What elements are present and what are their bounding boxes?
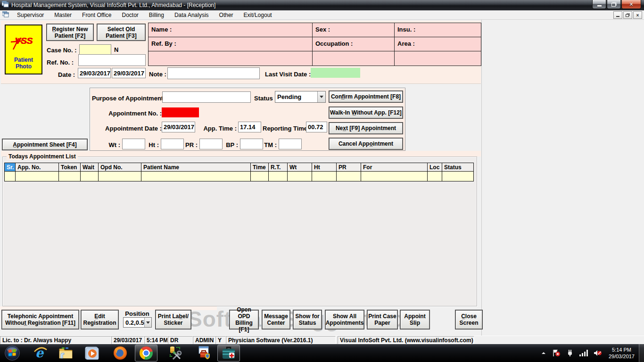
note-input[interactable] xyxy=(167,67,260,79)
empty-row-cell[interactable] xyxy=(427,172,442,181)
chrome-icon[interactable] xyxy=(135,345,157,362)
taskbar-clock[interactable]: 5:14 PM 29/03/2017 xyxy=(609,346,635,360)
menu-master[interactable]: Master xyxy=(49,11,77,19)
appointment-sheet-button[interactable]: A̲ppointment Sheet [F4] xyxy=(2,139,87,150)
menu-bar: Supervisor Master Front Office Doctor Bi… xyxy=(0,10,644,20)
menu-data-analysis[interactable]: Data Analysis xyxy=(169,11,214,19)
ht-input[interactable] xyxy=(161,139,184,149)
minimize-icon xyxy=(616,16,619,17)
menu-billing[interactable]: Billing xyxy=(144,11,169,19)
reporting-time-input[interactable]: 00.72 xyxy=(306,122,327,132)
file-explorer-icon[interactable] xyxy=(55,345,77,362)
reception-form: VSS Patient Photo R̲egister New Patient … xyxy=(0,20,482,336)
cancel-appointment-button[interactable]: Cancel Appo̲intment xyxy=(329,138,403,149)
app-window-icon xyxy=(2,1,9,9)
mdi-close-button[interactable]: × xyxy=(633,11,642,19)
print-label-sticker-button[interactable]: Print Lab̲el/ Sticker xyxy=(156,310,191,329)
col-header-loc: Loc xyxy=(427,163,442,172)
empty-row-cell[interactable] xyxy=(268,172,287,181)
confirm-appointment-button[interactable]: Conf̲irm Appointment [F8] xyxy=(329,91,403,102)
date-input-1[interactable]: 29/03/2017 xyxy=(78,68,111,78)
ref-no-input[interactable] xyxy=(78,54,146,66)
empty-row-cell[interactable] xyxy=(15,172,58,181)
open-opd-billing-button[interactable]: Open OPD Billing [F1] xyxy=(230,310,258,329)
print-case-paper-button[interactable]: Print Case Paper xyxy=(367,310,397,329)
volume-muted-icon[interactable] xyxy=(594,349,602,357)
purpose-input[interactable] xyxy=(162,91,251,103)
col-header-sr: Sr. xyxy=(4,163,15,172)
media-player-icon[interactable] xyxy=(81,345,103,362)
tm-label: TM : xyxy=(261,141,277,148)
app-time-input[interactable]: 17.14 xyxy=(238,122,261,132)
action-center-flag-icon[interactable] xyxy=(552,349,561,357)
tm-input[interactable] xyxy=(279,139,302,149)
message-center-button[interactable]: Message Center xyxy=(262,310,290,329)
menu-supervisor[interactable]: Supervisor xyxy=(12,11,49,19)
clock-time: 5:14 PM xyxy=(609,346,635,353)
screen: Hospital Management System, Visual InfoS… xyxy=(0,0,644,362)
minimize-button[interactable] xyxy=(592,0,606,9)
close-button[interactable]: ✕ xyxy=(621,0,641,9)
status-date: 29/03/2017 xyxy=(111,336,144,344)
status-product: Physician Software (Ver.2016.1) xyxy=(226,336,336,344)
status-label: Status : xyxy=(254,95,277,102)
internet-explorer-icon[interactable]: e xyxy=(29,345,52,362)
register-new-patient-button[interactable]: R̲egister New Patient [F2] xyxy=(47,24,93,41)
position-dropdown[interactable]: 0.2,0.5 xyxy=(123,317,152,328)
system-tray: 5:14 PM 29/03/2017 xyxy=(538,344,635,362)
pr-input[interactable] xyxy=(199,139,223,149)
appointment-date-input[interactable]: 29/03/2017 xyxy=(162,122,195,132)
select-old-patient-button[interactable]: Select O̲ld Patient [F3] xyxy=(97,24,145,41)
empty-row-cell[interactable] xyxy=(80,172,98,181)
hospital-app-icon[interactable] xyxy=(217,345,240,362)
case-no-input[interactable] xyxy=(79,44,111,55)
show-for-status-button[interactable]: Show for Status xyxy=(293,310,322,329)
empty-row-cell[interactable] xyxy=(4,172,15,181)
show-all-appointments-button[interactable]: Show All Appointments xyxy=(325,310,364,329)
menu-other[interactable]: Other xyxy=(214,11,239,19)
hidden-icons-arrow[interactable] xyxy=(541,351,546,355)
app-time-label: App. Time : xyxy=(202,125,237,132)
menu-exit-logout[interactable]: Exit/Logout xyxy=(239,11,277,19)
vss-logo: VSS xyxy=(6,36,41,46)
status-user: ADMIN xyxy=(193,336,215,344)
walkin-without-app-button[interactable]: Walk-In W̲ithout App. [F12] xyxy=(329,107,403,118)
status-dropdown[interactable]: Pending xyxy=(275,91,326,103)
empty-row-cell[interactable] xyxy=(336,172,361,181)
empty-row-cell[interactable] xyxy=(141,172,250,181)
power-plug-icon[interactable] xyxy=(566,349,574,357)
start-button[interactable] xyxy=(1,345,24,362)
menu-doctor[interactable]: Doctor xyxy=(117,11,144,19)
edit-registration-button[interactable]: E̲dit Registration xyxy=(81,310,118,329)
mdi-restore-button[interactable] xyxy=(623,11,632,19)
empty-row-cell[interactable] xyxy=(361,172,427,181)
dropdown-arrow-icon[interactable] xyxy=(144,318,151,327)
restore-button[interactable] xyxy=(607,0,621,9)
mdi-minimize-button[interactable] xyxy=(613,11,622,19)
toolbox-icon[interactable] xyxy=(191,345,214,362)
bp-input[interactable] xyxy=(240,139,263,149)
wt-input[interactable] xyxy=(122,139,145,149)
database-tools-icon[interactable] xyxy=(165,345,187,362)
dropdown-arrow-icon[interactable] xyxy=(317,91,325,102)
empty-row-cell[interactable] xyxy=(287,172,312,181)
empty-row-cell[interactable] xyxy=(312,172,336,181)
telephonic-appointment-button[interactable]: Telephonic Appointment Without̲ Registra… xyxy=(2,310,79,329)
ht-label: Ht : xyxy=(144,141,159,148)
col-header-patient-name: Patient Name xyxy=(141,163,250,172)
firefox-icon[interactable] xyxy=(109,345,132,362)
patient-photo-box[interactable]: VSS Patient Photo xyxy=(5,25,42,74)
network-signal-icon[interactable] xyxy=(579,350,588,356)
appoint-slip-button[interactable]: Appoint Slip xyxy=(400,310,429,329)
next-appointment-button[interactable]: Nex̲t [F9] Appointment xyxy=(329,123,403,134)
empty-row-cell[interactable] xyxy=(250,172,268,181)
empty-row-cell[interactable] xyxy=(58,172,80,181)
appointment-date-label: Appointment Date : xyxy=(92,125,162,132)
date-input-2[interactable]: 29/03/2017 xyxy=(112,68,146,78)
menu-front-office[interactable]: Front Office xyxy=(77,11,116,19)
close-screen-button[interactable]: C̲lose Screen xyxy=(455,310,482,329)
show-desktop-button[interactable] xyxy=(639,344,644,362)
empty-row-cell[interactable] xyxy=(442,172,474,181)
empty-row-cell[interactable] xyxy=(98,172,141,181)
reporting-time-label: Reporting Time : xyxy=(263,125,311,132)
